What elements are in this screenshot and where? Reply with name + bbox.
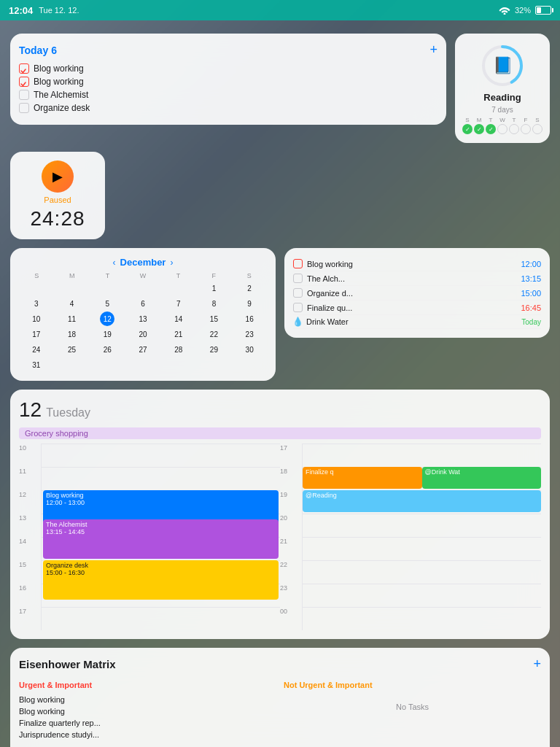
calendar-month: December bbox=[120, 257, 166, 268]
timer-time: 24:28 bbox=[30, 207, 85, 231]
cal-time-label: 11 bbox=[19, 467, 41, 490]
calendar-event[interactable]: @Drink Wat bbox=[422, 467, 542, 489]
calendar-event[interactable]: @Reading bbox=[303, 490, 541, 512]
calendar-day[interactable]: 6 bbox=[136, 296, 150, 311]
calendar-next-button[interactable]: › bbox=[170, 258, 173, 268]
calendar-day[interactable]: 10 bbox=[29, 311, 44, 326]
matrix-grid: Urgent & ImportantBlog workingBlog worki… bbox=[19, 681, 541, 747]
rem-list-checkbox[interactable] bbox=[293, 274, 303, 283]
rem-list-checkbox[interactable] bbox=[293, 303, 303, 312]
rem-list-time: 16:45 bbox=[521, 303, 541, 312]
cal-time-label: 17 bbox=[19, 607, 41, 630]
row-4: 12 Tuesday Grocery shopping 101112131415… bbox=[10, 390, 550, 639]
calendar-day[interactable]: 8 bbox=[206, 296, 221, 311]
calendar-day[interactable]: 16 bbox=[242, 311, 257, 326]
big-calendar-header: 12 Tuesday bbox=[19, 398, 541, 422]
calendar-day[interactable]: 24 bbox=[29, 342, 44, 357]
rem-list-item: Organize d...15:00 bbox=[293, 286, 541, 301]
timer-play-icon: ▶ bbox=[42, 160, 74, 193]
calendar-day[interactable]: 17 bbox=[29, 327, 44, 341]
matrix-add-button[interactable]: + bbox=[533, 657, 541, 672]
cal-time-label: 17 bbox=[280, 444, 302, 467]
calendar-day[interactable]: 11 bbox=[65, 311, 79, 326]
calendar-day bbox=[206, 357, 221, 372]
calendar-event[interactable]: The Alchemist13:15 - 14:45 bbox=[43, 519, 279, 559]
calendar-day bbox=[100, 357, 114, 372]
status-time: 12:04 bbox=[9, 5, 33, 16]
calendar-day[interactable]: 25 bbox=[65, 342, 79, 357]
cal-time-label: 18 bbox=[280, 467, 302, 490]
calendar-day[interactable]: 26 bbox=[100, 342, 114, 357]
matrix-header: Eisenhower Matrix + bbox=[19, 657, 541, 672]
calendar-day[interactable]: 29 bbox=[206, 342, 221, 357]
big-cal-day-num: 12 bbox=[19, 398, 42, 422]
calendar-day[interactable]: 28 bbox=[171, 342, 186, 357]
calendar-day[interactable]: 1 bbox=[206, 281, 221, 295]
calendar-day[interactable]: 3 bbox=[29, 296, 44, 311]
reading-widget[interactable]: 📘 Reading 7 days S ✓ M ✓ T ✓ W bbox=[455, 34, 550, 143]
rem-list-time: 15:00 bbox=[521, 289, 541, 298]
calendar-day[interactable]: 7 bbox=[171, 296, 186, 311]
calendar-prev-button[interactable]: ‹ bbox=[113, 258, 116, 268]
calendar-day[interactable]: 13 bbox=[136, 311, 150, 326]
reminders-add-button[interactable]: + bbox=[429, 42, 438, 58]
calendar-day[interactable]: 20 bbox=[136, 327, 150, 341]
calendar-event[interactable]: Organize desk15:00 - 16:30 bbox=[43, 560, 279, 600]
reminder-checkbox[interactable] bbox=[19, 103, 29, 113]
calendar-day[interactable]: 12 bbox=[100, 311, 114, 326]
battery-percentage: 32% bbox=[515, 6, 531, 15]
reading-progress-circle: 📘 bbox=[479, 42, 526, 89]
matrix-item: Blog working bbox=[19, 694, 276, 705]
cal-cell bbox=[303, 537, 541, 560]
rem-list-checkbox[interactable] bbox=[293, 288, 303, 298]
calendar-day[interactable]: 4 bbox=[65, 296, 79, 311]
calendar-mini-widget[interactable]: ‹ December › S M T W T F S 1234567891011… bbox=[10, 248, 276, 381]
calendar-day bbox=[242, 357, 257, 372]
row-5: Eisenhower Matrix + Urgent & ImportantBl… bbox=[10, 648, 550, 747]
row-2: ▶ Paused 24:28 bbox=[10, 152, 550, 239]
rem-list-checkbox[interactable] bbox=[293, 259, 303, 268]
calendar-day[interactable]: 2 bbox=[242, 281, 257, 295]
calendar-day[interactable]: 15 bbox=[206, 311, 221, 326]
big-cal-right-times: 1718192021222300 bbox=[280, 444, 302, 630]
calendar-day[interactable]: 22 bbox=[206, 327, 221, 341]
calendar-grid: S M T W T F S 12345678910111213141516171… bbox=[19, 272, 267, 372]
rem-list-time: 13:15 bbox=[521, 274, 541, 283]
matrix-item: Finalize quarterly rep... bbox=[19, 717, 276, 729]
cal-time-label: 13 bbox=[19, 514, 41, 537]
rem-list-text: The Alch... bbox=[307, 274, 345, 283]
calendar-day[interactable]: 18 bbox=[65, 327, 79, 341]
calendar-day[interactable]: 31 bbox=[29, 357, 44, 372]
matrix-item: Jurisprudence studyi... bbox=[19, 729, 276, 740]
cal-time-label: 22 bbox=[280, 560, 302, 584]
calendar-event[interactable]: Finalize q bbox=[303, 467, 422, 489]
reminder-checkbox[interactable] bbox=[19, 77, 29, 87]
rem-list-text: Finalize qu... bbox=[307, 303, 352, 312]
matrix-item: Blog working bbox=[19, 705, 276, 717]
cal-time-label: 12 bbox=[19, 490, 41, 514]
calendar-day[interactable]: 27 bbox=[136, 342, 150, 357]
cal-time-label: 10 bbox=[19, 444, 41, 467]
timer-paused-label: Paused bbox=[44, 196, 71, 204]
rem-list-text: Organize d... bbox=[307, 289, 353, 298]
calendar-day[interactable]: 5 bbox=[100, 296, 114, 311]
big-cal-grid: 1011121314151617 Blog working12:00 - 13:… bbox=[19, 444, 541, 630]
cal-time-label: 23 bbox=[280, 584, 302, 607]
calendar-day[interactable]: 21 bbox=[171, 327, 186, 341]
calendar-day[interactable]: 9 bbox=[242, 296, 257, 311]
calendar-day[interactable]: 23 bbox=[242, 327, 257, 341]
cal-time-label: 19 bbox=[280, 490, 302, 514]
reminder-checkbox[interactable] bbox=[19, 63, 29, 74]
calendar-day[interactable]: 30 bbox=[242, 342, 257, 357]
big-calendar-widget[interactable]: 12 Tuesday Grocery shopping 101112131415… bbox=[10, 390, 550, 639]
calendar-day[interactable]: 14 bbox=[171, 311, 186, 326]
calendar-day[interactable]: 19 bbox=[100, 327, 114, 341]
rem-list-item: 💧Drink WaterToday bbox=[293, 315, 541, 329]
calendar-days-grid: 1234567891011121314151617181920212223242… bbox=[19, 281, 267, 372]
calendar-day bbox=[171, 281, 186, 295]
calendar-day bbox=[171, 357, 186, 372]
reminder-checkbox[interactable] bbox=[19, 90, 29, 100]
matrix-title: Eisenhower Matrix bbox=[19, 658, 116, 670]
reminder-text: Blog working bbox=[34, 77, 84, 87]
timer-widget[interactable]: ▶ Paused 24:28 bbox=[10, 152, 105, 239]
